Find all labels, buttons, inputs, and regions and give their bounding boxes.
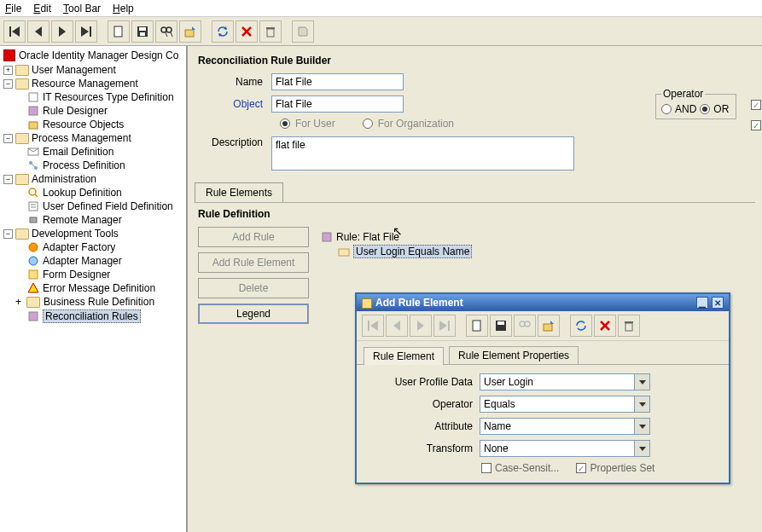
expand-toggle[interactable]: +	[15, 296, 21, 308]
collapse-toggle[interactable]: −	[3, 134, 13, 143]
svg-rect-26	[497, 321, 504, 325]
svg-rect-22	[323, 233, 331, 241]
chevron-down-icon[interactable]	[634, 419, 649, 434]
radio-and[interactable]	[661, 104, 672, 114]
radio-for-user[interactable]	[280, 119, 290, 129]
delete-rule-button[interactable]: Delete	[198, 278, 309, 298]
dlg-prev-button[interactable]	[386, 315, 408, 337]
transform-combo[interactable]: None	[480, 440, 650, 457]
dlg-next-button[interactable]	[410, 315, 432, 337]
active-checkbox[interactable]	[751, 120, 761, 130]
tab-rule-element[interactable]: Rule Element	[364, 347, 444, 365]
svg-rect-29	[544, 324, 552, 331]
dlg-find-button[interactable]	[514, 315, 536, 337]
dlg-export-button[interactable]	[538, 315, 560, 337]
item-resource-objects[interactable]: Resource Objects	[2, 118, 186, 131]
item-form-designer[interactable]: Form Designer	[2, 268, 186, 281]
radio-for-org[interactable]	[363, 119, 373, 129]
object-input[interactable]	[271, 95, 404, 113]
tab-rule-elements[interactable]: Rule Elements	[195, 182, 283, 202]
item-lookup-definition[interactable]: Lookup Definition	[2, 186, 186, 200]
item-it-resources-type[interactable]: IT Resources Type Definition	[2, 90, 186, 104]
collapse-toggle[interactable]: −	[3, 79, 13, 89]
item-adapter-factory[interactable]: Adapter Factory	[2, 240, 186, 254]
item-rule-designer[interactable]: Rule Designer	[2, 104, 186, 118]
find-button[interactable]	[155, 20, 177, 43]
dlg-last-button[interactable]	[433, 315, 456, 337]
dlg-new-button[interactable]	[466, 315, 488, 337]
collapse-toggle[interactable]: −	[3, 175, 13, 184]
group-administration[interactable]: − Administration	[2, 172, 186, 186]
chevron-down-icon[interactable]	[634, 374, 649, 390]
description-input[interactable]: flat file	[271, 136, 574, 171]
next-record-button[interactable]	[51, 20, 73, 43]
dlg-trash-button[interactable]	[618, 315, 640, 337]
dlg-first-button[interactable]	[362, 315, 384, 337]
minimize-icon[interactable]: ▁	[696, 297, 708, 309]
item-business-rule-def[interactable]: +Business Rule Definition	[2, 295, 186, 309]
export-button[interactable]	[179, 20, 201, 43]
radio-or[interactable]	[700, 104, 710, 114]
item-user-defined-field[interactable]: User Defined Field Definition	[2, 200, 186, 213]
svg-point-15	[29, 188, 36, 195]
add-rule-element-button[interactable]: Add Rule Element	[198, 252, 309, 273]
tree-root[interactable]: Oracle Identity Manager Design Co	[0, 48, 186, 63]
active-checkbox-row: Active	[751, 119, 762, 131]
delete-button[interactable]	[236, 20, 258, 43]
rule-child-node[interactable]: User Login Equals Name	[321, 244, 748, 259]
dlg-delete-button[interactable]	[594, 315, 616, 337]
trash-button[interactable]	[259, 20, 282, 43]
menu-help[interactable]: Help	[113, 3, 134, 14]
tab-rule-element-properties[interactable]: Rule Element Properties	[449, 346, 579, 364]
item-remote-manager[interactable]: Remote Manager	[2, 213, 186, 227]
item-error-message-def[interactable]: Error Message Definition	[2, 281, 186, 295]
save-button[interactable]	[131, 20, 154, 43]
object-label: Object	[195, 98, 271, 110]
add-rule-button[interactable]: Add Rule	[198, 227, 309, 247]
item-adapter-manager[interactable]: Adapter Manager	[2, 254, 186, 268]
menu-file[interactable]: File	[5, 3, 21, 14]
item-reconciliation-rules[interactable]: Reconciliation Rules	[2, 309, 186, 324]
group-development-tools[interactable]: − Development Tools	[2, 227, 186, 240]
close-icon[interactable]: ✕	[712, 297, 724, 309]
section-rule-definition: Rule Definition	[195, 202, 755, 223]
attribute-label: Attribute	[369, 420, 480, 432]
attribute-combo[interactable]: Name	[480, 418, 650, 435]
notes-button[interactable]	[292, 20, 314, 43]
last-record-button[interactable]	[75, 20, 97, 43]
group-resource-management[interactable]: − Resource Management	[2, 77, 186, 90]
new-button[interactable]	[108, 20, 130, 43]
legend-button[interactable]: Legend	[198, 304, 309, 324]
chevron-down-icon[interactable]	[634, 441, 649, 456]
dialog-titlebar[interactable]: Add Rule Element ▁ ✕	[357, 294, 729, 311]
add-rule-element-dialog: Add Rule Element ▁ ✕ Rule Element Rule E…	[355, 292, 730, 484]
dlg-refresh-button[interactable]	[570, 315, 592, 337]
valid-checkbox[interactable]	[751, 100, 761, 110]
first-record-button[interactable]	[3, 20, 26, 43]
name-input[interactable]	[271, 73, 404, 90]
properties-set-checkbox[interactable]	[576, 463, 586, 473]
svg-rect-10	[29, 107, 38, 115]
folder-icon	[26, 297, 40, 308]
prev-record-button[interactable]	[27, 20, 49, 43]
expand-toggle[interactable]: +	[3, 66, 13, 75]
refresh-button[interactable]	[212, 20, 234, 43]
dlg-save-button[interactable]	[490, 315, 512, 337]
svg-rect-9	[29, 93, 38, 101]
item-process-definition[interactable]: Process Definition	[2, 159, 186, 172]
panel-title: Reconciliation Rule Builder	[195, 51, 755, 73]
user-profile-data-combo[interactable]: User Login	[480, 373, 650, 390]
case-sensitive-checkbox[interactable]	[481, 463, 492, 473]
operator-combo[interactable]: Equals	[480, 396, 650, 413]
svg-rect-11	[29, 122, 38, 129]
group-user-management[interactable]: + User Management	[2, 63, 186, 77]
item-email-definition[interactable]: Email Definition	[2, 145, 186, 159]
svg-point-28	[525, 321, 530, 327]
chevron-down-icon[interactable]	[634, 396, 649, 412]
group-process-management[interactable]: − Process Management	[2, 131, 186, 145]
rule-root-node[interactable]: Rule: Flat File	[321, 230, 748, 244]
main-toolbar	[0, 17, 762, 46]
menu-edit[interactable]: Edit	[33, 3, 51, 14]
collapse-toggle[interactable]: −	[3, 229, 13, 239]
menu-toolbar[interactable]: Tool Bar	[63, 3, 101, 14]
